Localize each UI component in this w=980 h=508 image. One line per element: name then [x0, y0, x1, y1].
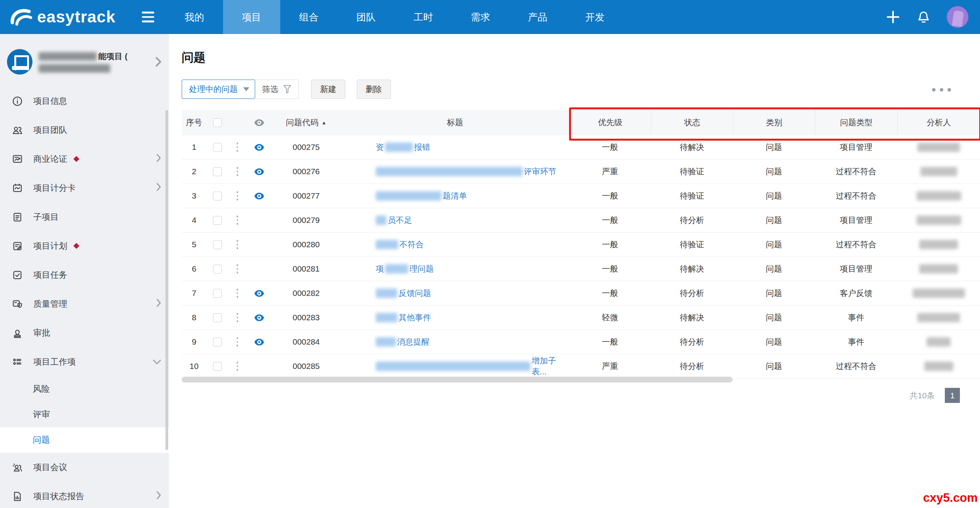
- quality-icon: [12, 298, 23, 310]
- row-checkbox[interactable]: [206, 257, 228, 281]
- kebab-menu-icon[interactable]: [228, 306, 247, 330]
- header-eye-icon[interactable]: [247, 110, 271, 135]
- sidebar-item[interactable]: 项目信息: [0, 87, 169, 116]
- header-analyst[interactable]: 分析人: [897, 110, 980, 135]
- issue-title-link[interactable]: 资报错: [341, 135, 569, 159]
- issue-title-link[interactable]: 消息提醒: [341, 330, 569, 354]
- view-filter-dropdown[interactable]: 处理中的问题: [182, 80, 255, 99]
- sidebar-item[interactable]: 项目工作项: [0, 347, 169, 376]
- row-index: 6: [182, 257, 206, 281]
- watch-eye-icon[interactable]: [247, 208, 271, 232]
- top-nav-tab[interactable]: 团队: [337, 0, 395, 34]
- watch-eye-icon[interactable]: [247, 257, 271, 281]
- notification-bell-icon[interactable]: [916, 9, 931, 25]
- issue-title-link[interactable]: 评审环节: [341, 160, 569, 183]
- header-select-all-checkbox[interactable]: [206, 110, 228, 135]
- top-nav-tab[interactable]: 工时: [395, 0, 452, 34]
- top-nav-tab[interactable]: 开发: [566, 0, 624, 34]
- top-nav-tab[interactable]: 组合: [280, 0, 337, 34]
- sidebar-item[interactable]: 审批: [0, 318, 169, 347]
- watch-eye-icon[interactable]: [247, 330, 271, 354]
- total-count-label: 共10条: [910, 390, 935, 401]
- issue-title-link[interactable]: 题清单: [341, 184, 569, 208]
- row-checkbox[interactable]: [206, 135, 228, 159]
- sidebar-item[interactable]: 项目团队: [0, 116, 169, 144]
- watch-eye-icon[interactable]: [247, 160, 271, 183]
- top-nav-tab[interactable]: 需求: [452, 0, 509, 34]
- business-case-icon: [12, 153, 23, 165]
- row-checkbox[interactable]: [206, 184, 228, 208]
- issue-title-link[interactable]: 员不足: [341, 208, 569, 232]
- issue-title-link[interactable]: 反馈问题: [341, 281, 569, 305]
- issue-title-link[interactable]: 项理问题: [341, 257, 569, 281]
- menu-icon[interactable]: [142, 12, 154, 22]
- project-sidebar: 能项目 ( 项目信息项目团队商业论证项目计分卡子项目项目计划项目任务质量管理审批…: [0, 34, 169, 508]
- kebab-menu-icon[interactable]: [228, 257, 247, 281]
- kebab-menu-icon[interactable]: [228, 135, 247, 159]
- row-checkbox[interactable]: [206, 306, 228, 330]
- watch-eye-icon[interactable]: [247, 184, 271, 208]
- top-nav-tab[interactable]: 产品: [509, 0, 566, 34]
- row-index: 8: [182, 306, 206, 330]
- header-priority[interactable]: 优先级: [569, 110, 651, 135]
- kebab-menu-icon[interactable]: [228, 281, 247, 305]
- title-visible-text: 资: [376, 142, 384, 153]
- kebab-menu-icon[interactable]: [228, 160, 247, 183]
- filter-button[interactable]: 筛选: [255, 80, 299, 99]
- issue-category: 问题: [733, 257, 815, 281]
- sidebar-item[interactable]: 质量管理: [0, 289, 169, 318]
- kebab-menu-icon[interactable]: [228, 330, 247, 354]
- user-avatar[interactable]: [947, 6, 968, 28]
- project-name-redacted: [39, 52, 97, 61]
- kebab-menu-icon[interactable]: [228, 208, 247, 232]
- top-nav-tab[interactable]: 我的: [166, 0, 223, 34]
- watch-eye-icon[interactable]: [247, 135, 271, 159]
- sidebar-item-label: 评审: [33, 409, 50, 420]
- sidebar-item[interactable]: 项目状态报告: [0, 482, 169, 508]
- header-title[interactable]: 标题: [341, 110, 569, 135]
- issue-code: 000280: [271, 233, 341, 257]
- row-checkbox[interactable]: [206, 330, 228, 354]
- row-checkbox[interactable]: [206, 160, 228, 183]
- sidebar-item[interactable]: 商业论证: [0, 144, 169, 173]
- kebab-menu-icon[interactable]: [228, 184, 247, 208]
- sidebar-scrollbar[interactable]: [165, 110, 168, 450]
- new-button[interactable]: 新建: [311, 80, 345, 99]
- top-nav-tab[interactable]: 项目: [223, 0, 280, 34]
- sidebar-item[interactable]: 项目计分卡: [0, 173, 169, 202]
- project-header[interactable]: 能项目 (: [0, 34, 169, 80]
- row-index: 3: [182, 184, 206, 208]
- watch-eye-icon[interactable]: [247, 354, 271, 378]
- sidebar-item[interactable]: 风险: [0, 376, 169, 402]
- header-category[interactable]: 类别: [733, 110, 815, 135]
- row-checkbox[interactable]: [206, 233, 228, 257]
- delete-button[interactable]: 删除: [357, 80, 391, 99]
- add-icon[interactable]: [886, 10, 900, 24]
- row-checkbox[interactable]: [206, 281, 228, 305]
- sidebar-item[interactable]: 问题: [0, 427, 169, 453]
- page-number-button[interactable]: 1: [945, 388, 960, 403]
- kebab-menu-icon[interactable]: [228, 354, 247, 378]
- sidebar-item[interactable]: 项目任务: [0, 260, 169, 289]
- header-status[interactable]: 状态: [651, 110, 733, 135]
- horizontal-scrollbar[interactable]: [182, 377, 733, 382]
- sidebar-item[interactable]: 子项目: [0, 202, 169, 231]
- watch-eye-icon[interactable]: [247, 306, 271, 330]
- issue-status: 待验证: [651, 160, 733, 183]
- watch-eye-icon[interactable]: [247, 281, 271, 305]
- easytrack-logo[interactable]: easytrack: [9, 7, 116, 27]
- issue-title-link[interactable]: 其他事件: [341, 306, 569, 330]
- more-options-icon[interactable]: [932, 88, 951, 92]
- header-type[interactable]: 问题类型: [815, 110, 897, 135]
- watch-eye-icon[interactable]: [247, 233, 271, 257]
- sidebar-item[interactable]: 项目会议: [0, 453, 169, 482]
- sidebar-item[interactable]: 评审: [0, 402, 169, 427]
- view-filter-value: 处理中的问题: [189, 84, 238, 95]
- header-code[interactable]: 问题代码 ▲: [271, 110, 341, 135]
- issue-title-link[interactable]: 增加子表...: [341, 354, 569, 378]
- kebab-menu-icon[interactable]: [228, 233, 247, 257]
- row-checkbox[interactable]: [206, 208, 228, 232]
- row-checkbox[interactable]: [206, 354, 228, 378]
- sidebar-item[interactable]: 项目计划: [0, 231, 169, 260]
- issue-title-link[interactable]: 不符合: [341, 233, 569, 257]
